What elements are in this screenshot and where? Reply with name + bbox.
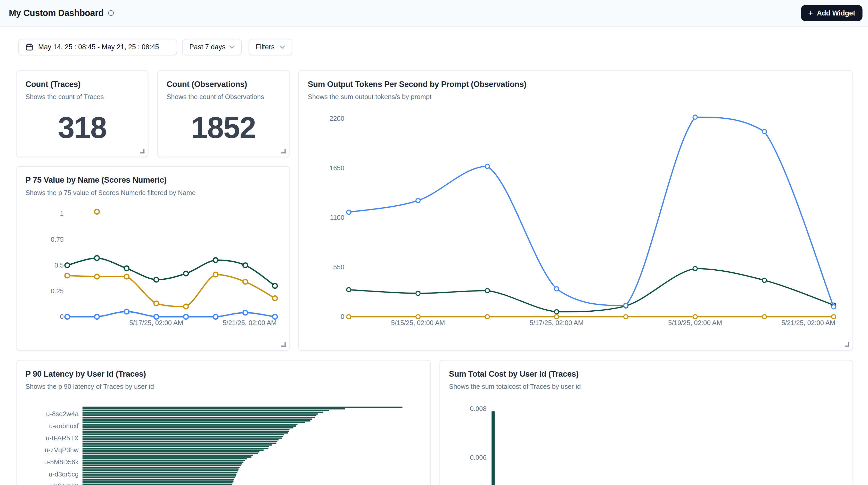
svg-text:0.5: 0.5 — [54, 262, 64, 269]
svg-text:0.008: 0.008 — [470, 405, 486, 412]
widget-title: Count (Observations) — [158, 71, 289, 89]
svg-text:5/17/25, 02:00 AM: 5/17/25, 02:00 AM — [129, 319, 183, 326]
chevron-down-icon — [280, 46, 285, 49]
svg-text:0: 0 — [341, 313, 344, 320]
chevron-down-icon — [229, 46, 235, 49]
svg-text:1650: 1650 — [330, 164, 344, 172]
svg-text:u-tFAR5TX: u-tFAR5TX — [45, 434, 79, 442]
add-widget-label: Add Widget — [817, 9, 856, 17]
svg-text:5/19/25, 02:00 AM: 5/19/25, 02:00 AM — [668, 319, 722, 326]
widget-description: Shows the count of Observations — [158, 89, 289, 101]
svg-text:0.75: 0.75 — [51, 236, 64, 243]
widget-total-cost: 0.0080.006 Sum Total Cost by User Id (Tr… — [439, 360, 853, 485]
widget-description: Shows the sum output tokens/s by prompt — [299, 89, 852, 101]
count-observations-value: 1852 — [158, 104, 289, 150]
filters-label: Filters — [256, 43, 275, 51]
info-icon[interactable] — [108, 10, 114, 16]
add-widget-button[interactable]: + Add Widget — [801, 5, 862, 21]
widget-p90-latency: u-8sq2w4au-aobnuxfu-tFAR5TXu-zVqP3hwu-5M… — [16, 360, 431, 485]
widget-title: P 90 Latency by User Id (Traces) — [17, 361, 430, 378]
svg-text:u-aobnuxf: u-aobnuxf — [49, 422, 79, 429]
widget-title: Sum Output Tokens Per Second by Prompt (… — [299, 71, 852, 89]
plus-icon: + — [808, 8, 813, 17]
resize-handle[interactable] — [845, 342, 849, 347]
svg-text:u-zVqP3hw: u-zVqP3hw — [44, 446, 79, 454]
resize-handle[interactable] — [140, 149, 145, 153]
widget-description: Shows the p 75 value of Scores Numeric f… — [17, 184, 289, 196]
svg-text:0.25: 0.25 — [51, 287, 64, 295]
filters-dropdown[interactable]: Filters — [249, 39, 292, 55]
time-preset-dropdown[interactable]: Past 7 days — [182, 39, 242, 55]
widget-title: P 75 Value by Name (Scores Numeric) — [17, 166, 289, 184]
count-traces-value: 318 — [17, 104, 148, 150]
svg-text:5/21/25, 02:00 AM: 5/21/25, 02:00 AM — [223, 319, 277, 326]
svg-text:0: 0 — [60, 313, 64, 320]
svg-text:u-8sq2w4a: u-8sq2w4a — [46, 410, 79, 417]
time-preset-value: Past 7 days — [189, 43, 225, 51]
widget-description: Shows the sum totalcost of Traces by use… — [440, 378, 852, 390]
svg-text:2200: 2200 — [330, 115, 344, 122]
widget-p75-by-name: 00.250.50.7515/17/25, 02:00 AM5/21/25, 0… — [16, 166, 289, 351]
widget-title: Sum Total Cost by User Id (Traces) — [440, 361, 852, 378]
widget-count-traces: Count (Traces) Shows the count of Traces… — [16, 70, 148, 157]
widget-description: Shows the count of Traces — [17, 89, 148, 101]
page-title: My Custom Dashboard — [9, 8, 104, 18]
widget-count-observations: Count (Observations) Shows the count of … — [157, 70, 289, 157]
svg-text:u-8fVa9T3: u-8fVa9T3 — [48, 482, 79, 485]
svg-text:550: 550 — [333, 263, 344, 271]
widget-title: Count (Traces) — [17, 71, 148, 89]
widget-description: Shows the p 90 latency of Traces by user… — [17, 378, 430, 390]
date-range-value: May 14, 25 : 08:45 - May 21, 25 : 08:45 — [38, 43, 159, 51]
svg-text:5/15/25, 02:00 AM: 5/15/25, 02:00 AM — [391, 319, 445, 326]
resize-handle[interactable] — [281, 149, 286, 153]
svg-text:u-5M8D56k: u-5M8D56k — [44, 458, 79, 466]
svg-text:1100: 1100 — [330, 214, 344, 221]
resize-handle[interactable] — [281, 342, 286, 347]
app-header: My Custom Dashboard + Add Widget — [0, 0, 868, 27]
svg-text:1: 1 — [60, 210, 64, 217]
tokens-line-chart: 05501100165022005/15/25, 02:00 AM5/17/25… — [299, 71, 852, 350]
widget-tokens-by-prompt: 05501100165022005/15/25, 02:00 AM5/17/25… — [298, 70, 853, 351]
calendar-icon — [26, 43, 33, 51]
date-range-picker[interactable]: May 14, 25 : 08:45 - May 21, 25 : 08:45 — [18, 39, 177, 55]
dashboard-page: My Custom Dashboard + Add Widget — [0, 0, 868, 485]
svg-text:u-d3qr5cg: u-d3qr5cg — [49, 471, 79, 478]
filter-toolbar: May 14, 25 : 08:45 - May 21, 25 : 08:45 … — [18, 39, 292, 55]
svg-text:5/17/25, 02:00 AM: 5/17/25, 02:00 AM — [530, 319, 584, 326]
svg-text:0.006: 0.006 — [470, 454, 486, 461]
svg-text:5/21/25, 02:00 AM: 5/21/25, 02:00 AM — [781, 319, 835, 326]
